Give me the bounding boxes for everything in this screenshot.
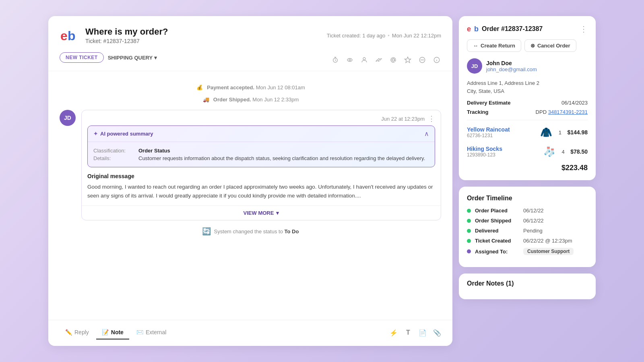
order-card-title: eb Order #12837-12387 bbox=[467, 25, 543, 33]
lightning-icon[interactable]: ⚡ bbox=[390, 329, 398, 337]
item-sku-socks: 1293890-123 bbox=[467, 152, 540, 158]
raincoat-icon: 🧥 bbox=[540, 125, 553, 140]
svg-point-3 bbox=[347, 58, 352, 62]
classification-label: Classification: bbox=[93, 148, 134, 154]
transfer-icon[interactable] bbox=[374, 56, 383, 64]
original-message-title: Original message bbox=[87, 173, 435, 179]
shipping-tag[interactable]: SHIPPING QUERY ▾ bbox=[108, 55, 157, 61]
delivery-estimate-row: Delivery Estimate 06/14/2023 bbox=[467, 100, 588, 106]
block-icon[interactable] bbox=[418, 56, 427, 64]
return-icon: ↔ bbox=[473, 43, 478, 49]
classification-value: Order Status bbox=[138, 148, 170, 154]
view-more-button[interactable]: VIEW MORE ▾ bbox=[82, 206, 441, 220]
app-logo: e b bbox=[60, 26, 79, 45]
original-message-text: Good morning, I wanted to reach out rega… bbox=[87, 183, 435, 200]
reply-tabs: ✏️ Reply 📝 Note ✉️ External bbox=[60, 326, 172, 339]
status-change-icon: 🔄 bbox=[202, 227, 211, 236]
chevron-down-icon: ▾ bbox=[154, 55, 157, 61]
order-notes-card: Order Notes (1) bbox=[459, 274, 596, 299]
timeline-assigned-to: Assigned To: Customer Support bbox=[467, 248, 588, 255]
svg-point-4 bbox=[349, 59, 351, 61]
message-more-icon[interactable]: ⋮ bbox=[428, 114, 435, 123]
cancel-order-button[interactable]: ⊗ Cancel Order bbox=[524, 39, 576, 52]
item-qty-socks: 4 bbox=[559, 149, 567, 155]
tracking-row: Tracking DPD 348174391-2231 bbox=[467, 109, 588, 115]
svg-point-5 bbox=[363, 58, 365, 60]
star-icon[interactable] bbox=[403, 56, 412, 64]
new-ticket-button[interactable]: NEW TICKET bbox=[60, 52, 104, 63]
order-total: $223.48 bbox=[467, 164, 588, 172]
order-more-icon[interactable]: ⋮ bbox=[580, 24, 588, 34]
details-value: Customer requests information about the … bbox=[138, 155, 425, 161]
reply-tab[interactable]: ✏️ Reply bbox=[60, 326, 95, 339]
dot-order-shipped bbox=[467, 219, 471, 223]
ai-summary-body: Classification: Order Status Details: Cu… bbox=[88, 142, 435, 167]
order-item-raincoat: Yellow Raincoat 62736-1231 🧥 1 $144.98 bbox=[467, 125, 588, 140]
dot-delivered bbox=[467, 229, 471, 233]
ai-sparkle-icon: ✦ bbox=[93, 131, 98, 137]
assigned-badge: Customer Support bbox=[523, 248, 574, 255]
item-name-socks[interactable]: Hiking Socks bbox=[467, 146, 540, 152]
user-icon[interactable] bbox=[360, 56, 369, 64]
shipped-event: 🚚 Order Shipped. Mon Jun 12 2:33pm bbox=[60, 95, 441, 103]
message-bubble: Jun 22 at 12:23pm ⋮ ✦ AI powered summary… bbox=[81, 110, 441, 220]
payment-icon: 💰 bbox=[196, 83, 204, 91]
text-format-icon[interactable]: T bbox=[404, 329, 412, 337]
note-icon: 📝 bbox=[102, 329, 109, 335]
order-actions: ↔ Create Return ⊗ Cancel Order bbox=[467, 39, 588, 52]
dot-order-placed bbox=[467, 209, 471, 213]
tracking-number-link[interactable]: 348174391-2231 bbox=[548, 109, 588, 115]
attachment-icon[interactable]: 📎 bbox=[433, 329, 441, 337]
ai-summary-title: ✦ AI powered summary bbox=[93, 131, 153, 137]
order-item-socks: Hiking Socks 1293890-123 🧦 4 $78.50 bbox=[467, 144, 588, 159]
ticket-title: Where is my order? bbox=[85, 27, 168, 37]
customer-email[interactable]: john_doe@gmail.com bbox=[486, 66, 537, 72]
svg-text:e: e bbox=[60, 29, 68, 43]
details-label: Details: bbox=[93, 155, 134, 161]
document-icon[interactable]: 📄 bbox=[419, 329, 427, 337]
create-return-button[interactable]: ↔ Create Return bbox=[467, 39, 521, 52]
timeline-delivered: Delivered Pending bbox=[467, 228, 588, 234]
ai-summary-box: ✦ AI powered summary ∧ Classification: O… bbox=[87, 125, 435, 167]
ticket-created-date: Mon Jun 22 12:12pm bbox=[392, 33, 441, 39]
at-icon[interactable] bbox=[389, 56, 398, 64]
ticket-header: e b Where is my order? Ticket: #12837-12… bbox=[48, 16, 452, 71]
customer-address: Address Line 1, Address Line 2 City, Sta… bbox=[467, 79, 588, 95]
customer-order-avatar: JD bbox=[467, 58, 482, 74]
item-sku-raincoat: 62736-1231 bbox=[467, 133, 537, 138]
ticket-created-label: Ticket created: 1 day ago bbox=[327, 33, 386, 39]
chevron-down-icon: ▾ bbox=[276, 210, 279, 216]
dot-assigned-to bbox=[467, 249, 471, 253]
note-tab[interactable]: 📝 Note bbox=[96, 326, 129, 339]
ticket-panel: e b Where is my order? Ticket: #12837-12… bbox=[48, 16, 452, 346]
customer-name: John Doe bbox=[486, 60, 537, 66]
item-name-raincoat[interactable]: Yellow Raincoat bbox=[467, 126, 537, 133]
timer-icon[interactable] bbox=[331, 56, 340, 64]
divider bbox=[467, 120, 588, 120]
ticket-action-icons bbox=[331, 56, 441, 64]
info-icon[interactable] bbox=[432, 56, 441, 64]
ai-collapse-icon[interactable]: ∧ bbox=[424, 130, 429, 138]
eye-icon[interactable] bbox=[345, 56, 354, 64]
order-notes-title: Order Notes (1) bbox=[467, 280, 588, 287]
item-price-socks: $78.50 bbox=[570, 148, 588, 155]
right-panel: eb Order #12837-12387 ⋮ ↔ Create Return … bbox=[459, 16, 596, 346]
customer-avatar: JD bbox=[60, 110, 76, 126]
ai-summary-header: ✦ AI powered summary ∧ bbox=[88, 126, 435, 142]
status-change-text: System changed the status to To Do bbox=[214, 228, 299, 234]
cancel-icon: ⊗ bbox=[530, 43, 535, 49]
timeline-order-placed: Order Placed 06/12/22 bbox=[467, 208, 588, 214]
svg-text:b: b bbox=[68, 29, 76, 43]
shipped-icon: 🚚 bbox=[202, 95, 210, 103]
dot-ticket-created bbox=[467, 239, 471, 243]
timeline-order-shipped: Order Shipped 06/12/22 bbox=[467, 218, 588, 224]
external-tab[interactable]: ✉️ External bbox=[131, 326, 172, 339]
reply-format-icons: ⚡ T 📄 📎 bbox=[390, 329, 441, 337]
socks-icon: 🧦 bbox=[543, 144, 556, 159]
order-card: eb Order #12837-12387 ⋮ ↔ Create Return … bbox=[459, 16, 596, 180]
payment-event: 💰 Payment accepted. Mon Jun 12 08:01am bbox=[60, 83, 441, 91]
item-qty-raincoat: 1 bbox=[556, 130, 564, 136]
pencil-icon: ✏️ bbox=[65, 329, 72, 335]
conversation-area: 💰 Payment accepted. Mon Jun 12 08:01am 🚚… bbox=[48, 71, 452, 320]
customer-info: JD John Doe john_doe@gmail.com bbox=[467, 58, 588, 74]
